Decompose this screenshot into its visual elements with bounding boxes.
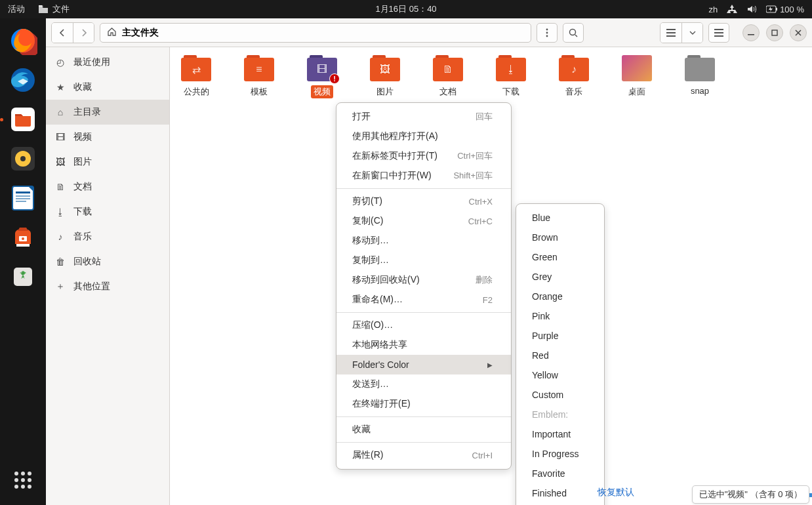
color-grey[interactable]: Grey — [516, 267, 604, 287]
color-brown[interactable]: Brown — [516, 228, 604, 247]
dock-files[interactable] — [6, 102, 40, 136]
sidebar-item-recent[interactable]: ◴最近使用 — [46, 50, 169, 75]
menu-open-terminal[interactable]: 在终端打开(E) — [336, 394, 511, 414]
sidebar-item-music[interactable]: ♪音乐 — [46, 224, 169, 249]
folder-public[interactable]: ⇄公共的 — [180, 55, 212, 98]
sidebar-item-videos[interactable]: 🎞视频 — [46, 125, 169, 150]
folder-snap[interactable]: snap — [684, 55, 716, 98]
sidebar-item-downloads[interactable]: ⭳下载 — [46, 199, 169, 224]
folder-downloads[interactable]: ⭳下载 — [495, 55, 527, 98]
menu-compress[interactable]: 压缩(O)… — [336, 315, 511, 335]
svg-point-26 — [546, 28, 548, 30]
menu-cut[interactable]: 剪切(T)Ctrl+X — [336, 192, 511, 211]
color-yellow[interactable]: Yellow — [516, 365, 604, 385]
dock-show-apps[interactable] — [6, 463, 40, 497]
color-pink[interactable]: Pink — [516, 306, 604, 326]
menu-properties[interactable]: 属性(R)Ctrl+I — [336, 445, 511, 465]
sidebar-item-other[interactable]: ＋其他位置 — [46, 274, 169, 299]
folder-desktop[interactable]: 桌面 — [621, 55, 653, 98]
emblem-important[interactable]: Important — [516, 424, 604, 444]
volume-icon[interactable] — [746, 4, 757, 14]
hamburger-menu-button[interactable] — [708, 23, 729, 43]
menu-folder-color[interactable]: Folder's Color▶ — [336, 355, 511, 374]
menu-copy[interactable]: 复制(C)Ctrl+C — [336, 211, 511, 231]
color-orange[interactable]: Orange — [516, 287, 604, 306]
color-red[interactable]: Red — [516, 346, 604, 365]
menu-star[interactable]: 收藏 — [336, 420, 511, 439]
view-menu-button[interactable] — [537, 23, 558, 43]
minimize-button[interactable] — [742, 24, 760, 41]
sidebar-item-starred[interactable]: ★收藏 — [46, 75, 169, 100]
app-indicator[interactable]: 文件 — [38, 3, 70, 15]
menu-rename[interactable]: 重命名(M)…F2 — [336, 290, 511, 310]
menu-open-with[interactable]: 使用其他程序打开(A) — [336, 127, 511, 146]
view-dropdown-button[interactable] — [681, 23, 702, 43]
forward-button[interactable] — [73, 23, 94, 43]
color-purple[interactable]: Purple — [516, 326, 604, 346]
menu-copy-to[interactable]: 复制到… — [336, 251, 511, 270]
menu-move-to[interactable]: 移动到… — [336, 231, 511, 251]
picture-icon: 🖼 — [380, 64, 390, 75]
svg-rect-33 — [714, 29, 723, 30]
folder-pictures[interactable]: 🖼图片 — [369, 55, 401, 98]
status-bar: 已选中"视频" （含有 0 项） — [692, 485, 809, 504]
back-button[interactable] — [52, 23, 73, 43]
star-icon: ★ — [55, 82, 66, 92]
svg-rect-12 — [16, 198, 30, 199]
menu-open-window[interactable]: 在新窗口中打开(W)Shift+回车 — [336, 166, 511, 186]
menu-send-to[interactable]: 发送到… — [336, 374, 511, 394]
color-green[interactable]: Green — [516, 247, 604, 267]
folder-icon — [38, 5, 49, 14]
activities-button[interactable]: 活动 — [8, 3, 25, 15]
search-button[interactable] — [563, 23, 584, 43]
folder-documents[interactable]: 🗎文档 — [432, 55, 464, 98]
emblem-finished[interactable]: Finished — [516, 483, 604, 503]
pathbar[interactable]: 主文件夹 — [100, 23, 531, 43]
dock-libreoffice-writer[interactable] — [6, 181, 40, 215]
svg-point-18 — [21, 472, 25, 475]
menu-local-share[interactable]: 本地网络共享 — [336, 335, 511, 355]
list-view-button[interactable] — [660, 23, 681, 43]
dock-trash[interactable] — [6, 260, 40, 294]
svg-point-24 — [21, 485, 25, 489]
network-icon[interactable] — [727, 4, 737, 14]
music-icon: ♪ — [55, 232, 66, 242]
close-button[interactable] — [790, 24, 807, 41]
svg-point-25 — [28, 485, 31, 489]
home-icon — [107, 27, 117, 39]
document-icon: 🗎 — [443, 64, 453, 75]
sidebar-item-home[interactable]: ⌂主目录 — [46, 100, 169, 125]
picture-icon: 🖼 — [55, 157, 66, 167]
emblem-in-progress[interactable]: In Progress — [516, 444, 604, 464]
color-custom[interactable]: Custom — [516, 385, 604, 405]
menu-open-tab[interactable]: 在新标签页中打开(T)Ctrl+回车 — [336, 146, 511, 166]
svg-point-27 — [546, 31, 548, 33]
content-area[interactable]: ⇄公共的 ≡模板 🎞!视频 🖼图片 🗎文档 ⭳下载 ♪音乐 桌面 snap 打开… — [170, 47, 812, 505]
dock-software[interactable] — [6, 220, 40, 254]
video-icon: 🎞 — [317, 64, 327, 75]
color-blue[interactable]: Blue — [516, 208, 604, 228]
sidebar-item-documents[interactable]: 🗎文档 — [46, 174, 169, 199]
dock-thunderbird[interactable] — [6, 63, 40, 97]
input-method-indicator[interactable]: zh — [708, 5, 718, 14]
menu-open[interactable]: 打开回车 — [336, 107, 511, 127]
menu-move-trash[interactable]: 移动到回收站(V)删除 — [336, 270, 511, 290]
folder-music[interactable]: ♪音乐 — [558, 55, 590, 98]
battery-icon[interactable]: 100 % — [766, 5, 804, 14]
sidebar-item-trash[interactable]: 🗑回收站 — [46, 249, 169, 274]
dock-rhythmbox[interactable] — [6, 142, 40, 176]
sidebar-item-pictures[interactable]: 🖼图片 — [46, 150, 169, 174]
dock-firefox[interactable] — [6, 24, 40, 58]
download-icon: ⭳ — [506, 64, 516, 75]
svg-rect-13 — [16, 201, 26, 202]
download-icon: ⭳ — [55, 207, 66, 217]
template-icon: ≡ — [256, 64, 262, 75]
clock[interactable]: 1月16日 05：40 — [375, 3, 436, 15]
maximize-button[interactable] — [766, 24, 783, 41]
svg-rect-31 — [666, 32, 676, 33]
folder-templates[interactable]: ≡模板 — [243, 55, 275, 98]
emblem-favorite[interactable]: Favorite — [516, 464, 604, 483]
folder-videos[interactable]: 🎞!视频 — [306, 55, 338, 98]
svg-rect-34 — [714, 32, 723, 33]
restore-default-link[interactable]: 恢复默认 — [598, 487, 634, 498]
